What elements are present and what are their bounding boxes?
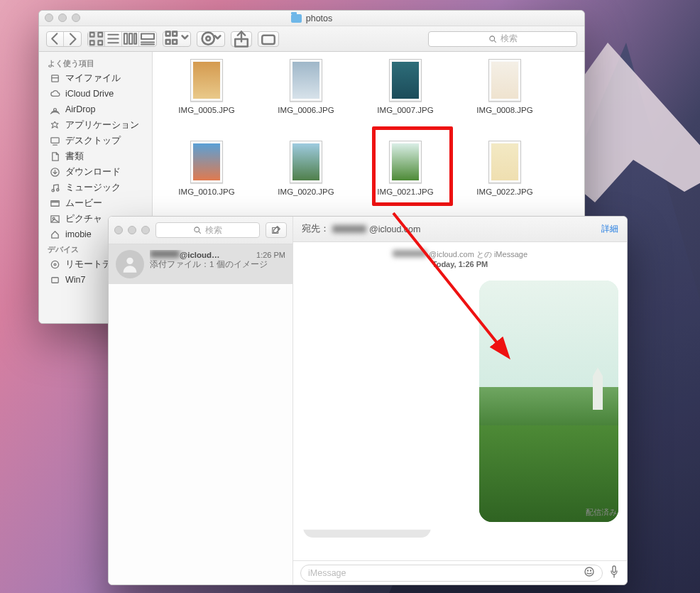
sidebar-item-icon	[49, 88, 60, 99]
sidebar-item[interactable]: ムービー	[39, 195, 152, 211]
svg-rect-15	[166, 40, 170, 44]
close-icon[interactable]	[114, 226, 123, 234]
to-label: 宛先：	[302, 223, 329, 235]
sidebar-item[interactable]: 書類	[39, 148, 152, 164]
messages-window: 検索 @icloud… 1:26 PM 添付ファイル：1 個のイメージ	[108, 216, 628, 585]
search-placeholder: 検索	[501, 33, 518, 45]
thread-header-name: @icloud.com との iMessage	[429, 250, 527, 259]
svg-rect-24	[51, 75, 58, 81]
sidebar-item-icon	[49, 274, 60, 285]
sidebar-item[interactable]: ミュージック	[39, 180, 152, 195]
svg-rect-16	[173, 40, 177, 44]
microphone-icon[interactable]	[608, 565, 620, 582]
sidebar-item-label: AirDrop	[65, 104, 95, 114]
file-item[interactable]: IMG_0007.JPG	[356, 59, 455, 141]
arrange-button[interactable]	[163, 31, 191, 47]
file-item[interactable]: IMG_0022.JPG	[455, 141, 554, 222]
conversation-preview: 添付ファイル：1 個のイメージ	[150, 259, 285, 270]
file-name: IMG_0008.JPG	[476, 106, 532, 114]
file-thumbnail	[488, 141, 521, 183]
action-button[interactable]	[197, 31, 225, 47]
file-thumbnail	[389, 141, 422, 183]
conversation-item[interactable]: @icloud… 1:26 PM 添付ファイル：1 個のイメージ	[109, 244, 292, 284]
zoom-icon[interactable]	[72, 13, 80, 22]
file-item[interactable]: IMG_0005.JPG	[157, 59, 256, 141]
file-name: IMG_0007.JPG	[377, 106, 433, 114]
svg-point-18	[206, 37, 210, 41]
sidebar-item[interactable]: マイファイル	[39, 70, 152, 86]
close-icon[interactable]	[45, 13, 53, 22]
sidebar-item-label: imobie	[65, 229, 92, 239]
tags-button[interactable]	[258, 31, 279, 47]
avatar	[116, 250, 144, 278]
sidebar-item-icon	[49, 259, 60, 270]
file-item[interactable]: IMG_0021.JPG	[356, 141, 455, 222]
svg-rect-3	[98, 40, 102, 45]
sidebar-item[interactable]: デスクトップ	[39, 133, 152, 148]
search-input[interactable]: 検索	[155, 222, 260, 238]
compose-icon	[271, 225, 281, 235]
view-icons-button[interactable]	[88, 32, 105, 46]
file-name: IMG_0006.JPG	[278, 106, 334, 114]
view-coverflow-button[interactable]	[139, 32, 156, 46]
minimize-icon[interactable]	[58, 13, 67, 22]
view-list-button[interactable]	[105, 32, 122, 46]
compose-button[interactable]	[266, 222, 287, 238]
file-item[interactable]: IMG_0008.JPG	[455, 59, 554, 141]
sidebar-item-icon	[49, 72, 60, 84]
svg-rect-27	[50, 137, 58, 143]
file-thumbnail	[488, 59, 521, 102]
svg-point-42	[195, 227, 199, 232]
view-columns-button[interactable]	[122, 32, 139, 46]
sidebar-item[interactable]: iCloud Drive	[39, 86, 152, 102]
details-button[interactable]: 詳細	[601, 223, 618, 235]
forward-button[interactable]	[64, 32, 81, 46]
messages-toolbar: 検索	[109, 217, 292, 244]
minimize-icon[interactable]	[128, 226, 136, 234]
sent-image-bubble[interactable]	[479, 281, 618, 522]
sidebar-item[interactable]: ダウンロード	[39, 164, 152, 180]
svg-rect-41	[51, 277, 58, 283]
conversation-time: 1:26 PM	[256, 251, 285, 259]
sidebar-item-label: アプリケーション	[65, 119, 139, 131]
view-switcher	[87, 31, 157, 47]
svg-rect-9	[134, 33, 136, 43]
finder-titlebar[interactable]: photos	[39, 11, 584, 26]
conversation-name: @icloud…	[180, 251, 220, 259]
svg-rect-10	[141, 33, 154, 39]
search-icon	[488, 35, 497, 43]
svg-point-49	[588, 570, 589, 571]
search-input[interactable]: 検索	[428, 31, 577, 47]
file-item[interactable]: IMG_0020.JPG	[256, 141, 356, 222]
sidebar-item-label: ムービー	[65, 197, 102, 210]
incoming-bubble-partial	[303, 518, 431, 538]
window-title-text: photos	[306, 13, 333, 23]
sidebar-item-label: マイファイル	[65, 72, 121, 85]
sidebar-item[interactable]: アプリケーション	[39, 117, 152, 133]
thread-meta: @icloud.com との iMessage Today, 1:26 PM	[303, 249, 617, 268]
search-placeholder: 検索	[205, 224, 222, 236]
file-item[interactable]: IMG_0006.JPG	[256, 59, 356, 141]
zoom-icon[interactable]	[141, 226, 150, 234]
sidebar-section-header: よく使う項目	[39, 56, 152, 70]
window-title: photos	[291, 13, 333, 23]
emoji-icon[interactable]	[584, 566, 595, 580]
sidebar-item[interactable]: AirDrop	[39, 102, 152, 117]
finder-toolbar: 検索	[39, 26, 584, 52]
thread-date-time: 1:26 PM	[459, 260, 488, 268]
redacted-name	[393, 250, 427, 257]
sidebar-item-icon	[49, 166, 60, 178]
svg-point-50	[591, 570, 591, 571]
back-button[interactable]	[47, 32, 64, 46]
svg-rect-51	[613, 566, 616, 572]
nav-back-forward	[46, 31, 82, 47]
share-button[interactable]	[231, 31, 252, 47]
message-input[interactable]: iMessage	[300, 565, 603, 582]
file-item[interactable]: IMG_0010.JPG	[157, 141, 256, 222]
sidebar-item-label: ミュージック	[65, 182, 121, 194]
conversation-details: @icloud… 1:26 PM 添付ファイル：1 個のイメージ	[150, 250, 285, 278]
message-thread[interactable]: @icloud.com との iMessage Today, 1:26 PM 配…	[293, 242, 627, 560]
sidebar-item-icon	[49, 135, 60, 146]
svg-rect-2	[90, 40, 94, 45]
file-thumbnail	[190, 141, 223, 183]
